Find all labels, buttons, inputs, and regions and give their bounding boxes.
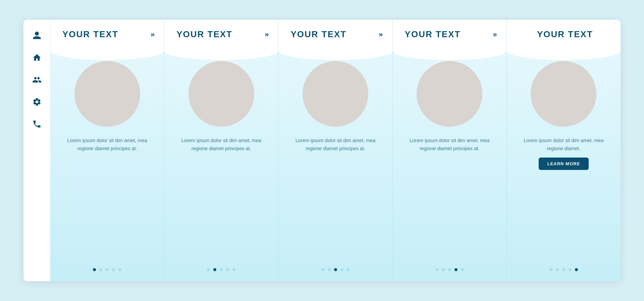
dot bbox=[232, 268, 235, 271]
dot bbox=[549, 268, 552, 271]
panel-1-chevron: » bbox=[151, 30, 155, 39]
dot bbox=[435, 268, 438, 271]
panel-2-title: YOUR TEXT bbox=[176, 29, 232, 40]
panel-3-image bbox=[303, 61, 368, 127]
dot bbox=[569, 268, 572, 271]
panel-1-title: YOUR TEXT bbox=[62, 29, 118, 40]
main-content: YOUR TEXT » Lorem ipsum dolor sit dim am… bbox=[50, 20, 621, 281]
dot bbox=[328, 268, 331, 271]
dot bbox=[340, 268, 343, 271]
dot bbox=[99, 268, 102, 271]
panel-4: YOUR TEXT » Lorem ipsum dolor sit dim am… bbox=[393, 20, 506, 281]
dot-active bbox=[213, 268, 216, 271]
settings-icon[interactable] bbox=[31, 96, 43, 108]
panel-1: YOUR TEXT » Lorem ipsum dolor sit dim am… bbox=[50, 20, 164, 281]
dot-active bbox=[454, 268, 458, 271]
dot bbox=[442, 268, 445, 271]
panel-5-image bbox=[531, 61, 596, 127]
panel-5: YOUR TEXT Lorem ipsum dolor sit dim amet… bbox=[507, 20, 621, 281]
dot-active bbox=[575, 268, 578, 271]
panel-2-description: Lorem ipsum dolor sit dim amet, mea regi… bbox=[174, 137, 269, 153]
panel-3-chevron: » bbox=[379, 30, 383, 39]
panel-5-title: YOUR TEXT bbox=[537, 29, 593, 40]
home-icon[interactable] bbox=[31, 52, 43, 63]
panel-2-image bbox=[189, 61, 254, 127]
app-container: YOUR TEXT » Lorem ipsum dolor sit dim am… bbox=[23, 20, 621, 281]
dot-active bbox=[334, 268, 337, 271]
panel-4-description: Lorem ipsum dolor sit dim amet, mea regi… bbox=[402, 137, 497, 153]
panel-3: YOUR TEXT » Lorem ipsum dolor sit dim am… bbox=[278, 20, 392, 281]
dot-active bbox=[93, 268, 96, 271]
panel-5-description: Lorem ipsum dolor sit dim amet, mea regi… bbox=[516, 137, 611, 153]
dot bbox=[321, 268, 324, 271]
learn-more-container: LEARN MORE bbox=[507, 158, 621, 170]
panel-3-dots bbox=[278, 260, 392, 271]
dot bbox=[220, 268, 223, 271]
panel-3-title: YOUR TEXT bbox=[290, 29, 346, 40]
dot bbox=[347, 268, 350, 271]
panel-2-dots bbox=[164, 260, 278, 271]
dot bbox=[461, 268, 464, 271]
dot bbox=[226, 268, 229, 271]
dot bbox=[106, 268, 109, 271]
panel-4-image bbox=[417, 61, 482, 127]
dot bbox=[448, 268, 451, 271]
dot bbox=[562, 268, 565, 271]
team-icon[interactable] bbox=[31, 74, 43, 85]
dot bbox=[207, 268, 210, 271]
panel-1-dots bbox=[50, 260, 164, 271]
panel-4-dots bbox=[393, 260, 506, 271]
panel-4-chevron: » bbox=[493, 30, 497, 39]
dot bbox=[556, 268, 559, 271]
learn-more-button[interactable]: LEARN MORE bbox=[539, 158, 589, 170]
panel-1-description: Lorem ipsum dolor sit dim amet, mea regi… bbox=[60, 137, 155, 153]
panel-1-image bbox=[74, 61, 140, 127]
panel-5-dots bbox=[507, 263, 621, 271]
dot bbox=[118, 268, 121, 271]
panel-2-chevron: » bbox=[265, 30, 269, 39]
panel-3-description: Lorem ipsum dolor sit dim amet, mea regi… bbox=[288, 137, 383, 153]
panel-2: YOUR TEXT » Lorem ipsum dolor sit dim am… bbox=[164, 20, 278, 281]
sidebar bbox=[23, 20, 50, 281]
panel-4-title: YOUR TEXT bbox=[405, 29, 461, 40]
phone-icon[interactable] bbox=[31, 118, 43, 130]
dot bbox=[112, 268, 115, 271]
user-icon[interactable] bbox=[31, 30, 43, 41]
